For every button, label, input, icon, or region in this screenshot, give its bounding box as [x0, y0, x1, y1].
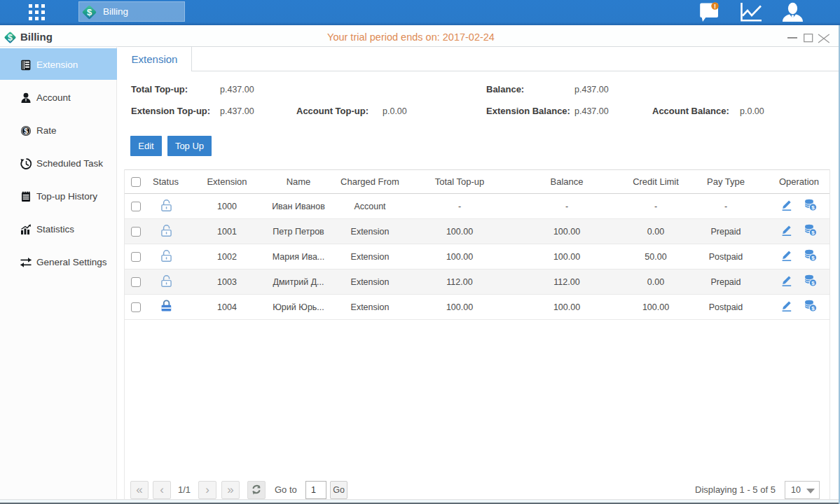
svg-text:$: $ [811, 204, 815, 211]
svg-text:$: $ [24, 127, 28, 134]
svg-text:$: $ [811, 230, 815, 236]
svg-text:$: $ [811, 280, 815, 286]
svg-text:$: $ [87, 7, 92, 18]
svg-text:!: ! [714, 3, 716, 10]
svg-text:$: $ [811, 255, 815, 261]
svg-text:$: $ [811, 305, 815, 312]
